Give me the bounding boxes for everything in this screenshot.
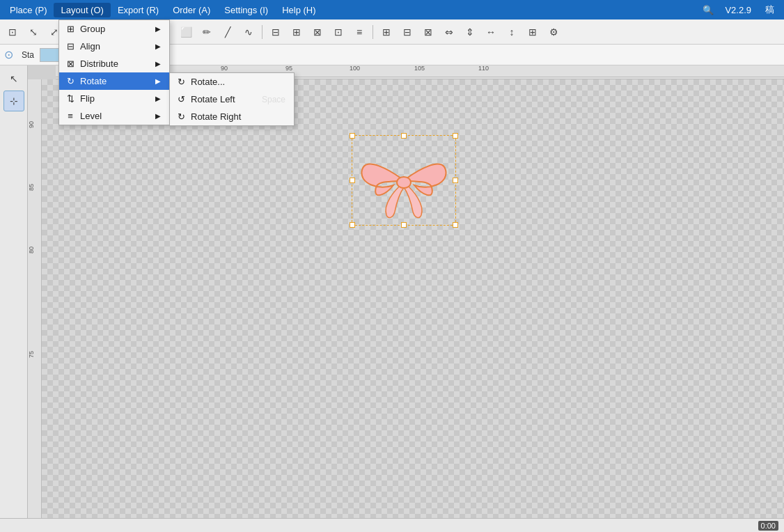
menu-order[interactable]: Order (A) [166, 3, 217, 17]
rotate-left-shortcut: Space [262, 95, 285, 104]
group-icon: ⊞ [65, 24, 76, 34]
app-window: Place (P) Layout (O) Export (R) Order (A… [0, 0, 784, 532]
time-display: 0:00 [758, 521, 778, 531]
ruler-tick-110: 110 [478, 65, 489, 72]
menu-item-rotate[interactable]: ↻ Rotate ▶ ↻ Rotate... ↺ Rotate Left Spa… [59, 72, 169, 90]
flip-icon: ⇅ [65, 93, 76, 104]
toolbar-dist-v-btn[interactable]: ⊡ [329, 22, 348, 42]
main-canvas[interactable] [42, 79, 784, 532]
context-icon: ⊙ [4, 48, 13, 61]
rotate-dialog-icon: ↻ [175, 77, 187, 87]
align-label: Align [80, 41, 100, 52]
distribute-label: Distribute [80, 58, 118, 69]
rotate-right-label: Rotate Right [191, 111, 241, 122]
version-label: V2.2.9 [725, 5, 751, 15]
menu-item-flip[interactable]: ⇅ Flip ▶ [59, 90, 169, 107]
toolbar-table-btn[interactable]: ⊞ [377, 22, 396, 42]
toolbar-col-btn[interactable]: ⊠ [418, 22, 438, 42]
app-title: 稿 [758, 1, 781, 18]
rotate-left-icon: ↺ [175, 94, 187, 104]
ruler-tick-100: 100 [350, 65, 360, 72]
statusbar-right: 0:00 [758, 521, 778, 531]
menu-item-distribute[interactable]: ⊠ Distribute ▶ [59, 55, 169, 72]
toolbar-curve-btn[interactable]: ∿ [239, 22, 258, 42]
toolbar-pen-btn[interactable]: ✏ [197, 22, 217, 42]
context-label: Sta [16, 50, 40, 60]
rotate-arrow: ▶ [155, 77, 161, 85]
menu-place[interactable]: Place (P) [3, 3, 54, 17]
ruler-v-tick-80: 80 [28, 247, 35, 253]
canvas-area-wrapper: 90 85 80 75 [28, 79, 784, 532]
level-icon: ≡ [65, 111, 76, 121]
align-arrow: ▶ [155, 42, 161, 50]
menubar-right: 🔍 V2.2.9 稿 [698, 1, 781, 18]
distribute-arrow: ▶ [155, 60, 161, 68]
rotate-right-icon: ↻ [175, 111, 187, 122]
menu-settings[interactable]: Settings (I) [217, 3, 275, 17]
toolbar-dist-h-btn[interactable]: ⊠ [308, 22, 327, 42]
ruler-v-tick-90: 90 [28, 121, 35, 128]
left-ruler: 90 85 80 75 [28, 79, 42, 532]
toolbar-line-btn[interactable]: ╱ [218, 22, 237, 42]
group-label: Group [80, 24, 105, 34]
flip-arrow: ▶ [155, 95, 161, 102]
align-icon: ⊟ [65, 41, 76, 52]
toolbar-more-btn[interactable]: ⊞ [523, 22, 542, 42]
menubar: Place (P) Layout (O) Export (R) Order (A… [0, 0, 784, 19]
tool-sidebar: ↖ ⊹ [0, 65, 28, 532]
ruler-v-tick-85: 85 [28, 184, 35, 191]
level-label: Level [80, 111, 102, 121]
submenu-rotate-left[interactable]: ↺ Rotate Left Space [170, 91, 294, 108]
toolbar-sep-3 [373, 25, 373, 39]
toolbar-align-h-btn[interactable]: ⊟ [266, 22, 285, 42]
svg-point-0 [397, 177, 411, 188]
toolbar-row-btn[interactable]: ⊟ [398, 22, 417, 42]
statusbar: 0:00 [0, 518, 784, 532]
ruler-tick-90: 90 [221, 65, 228, 72]
submenu-rotate-dialog[interactable]: ↻ Rotate... [170, 73, 294, 91]
toolbar-mirror-v-btn[interactable]: ⇕ [460, 22, 480, 42]
ruler-tick-105: 105 [414, 65, 425, 72]
toolbar-mirror-h-btn[interactable]: ⇔ [439, 22, 459, 42]
level-arrow: ▶ [155, 112, 161, 120]
rulers-and-canvas: 80 85 90 95 100 105 110 90 85 80 75 [28, 65, 784, 532]
submenu-rotate-right[interactable]: ↻ Rotate Right [170, 108, 294, 125]
toolbar-align-v-btn[interactable]: ⊞ [287, 22, 306, 42]
layout-dropdown: ⊞ Group ▶ ⊟ Align ▶ ⊠ Distribute ▶ ↻ Rot… [58, 19, 170, 125]
rotate-label: Rotate [80, 76, 107, 86]
tool-node[interactable]: ⊹ [3, 91, 24, 111]
rotate-left-label: Rotate Left [191, 94, 235, 104]
bow-object[interactable] [352, 135, 456, 226]
toolbar-settings-btn[interactable]: ⚙ [544, 22, 563, 42]
tool-pointer[interactable]: ↖ [3, 68, 24, 89]
rotate-dialog-label: Rotate... [191, 77, 225, 87]
menu-layout[interactable]: Layout (O) [54, 3, 110, 17]
menu-export[interactable]: Export (R) [111, 3, 166, 17]
group-arrow: ▶ [155, 25, 161, 33]
toolbar-flip-h-btn[interactable]: ↔ [481, 22, 501, 42]
menu-item-level[interactable]: ≡ Level ▶ [59, 107, 169, 125]
flip-label: Flip [80, 93, 95, 104]
bow-svg [352, 135, 456, 226]
menu-item-align[interactable]: ⊟ Align ▶ [59, 38, 169, 55]
ruler-tick-95: 95 [285, 65, 292, 72]
toolbar-zoom-fit-btn[interactable]: ⤡ [24, 22, 43, 42]
ruler-v-tick-75: 75 [28, 351, 35, 358]
rotate-icon: ↻ [65, 76, 76, 86]
toolbar-flip-v-btn[interactable]: ↕ [502, 22, 522, 42]
toolbar-select-btn[interactable]: ⊡ [3, 22, 22, 42]
menu-item-group[interactable]: ⊞ Group ▶ [59, 20, 169, 38]
toolbar-image-btn[interactable]: ⬜ [176, 22, 196, 42]
toolbar-sep-2 [262, 25, 262, 39]
canvas-row: ↖ ⊹ 80 85 90 95 100 105 110 [0, 65, 784, 532]
rotate-submenu: ↻ Rotate... ↺ Rotate Left Space ↻ Rotate… [169, 72, 295, 126]
search-icon[interactable]: 🔍 [698, 3, 718, 17]
toolbar-center-h-btn[interactable]: ≡ [350, 22, 369, 42]
distribute-icon: ⊠ [65, 58, 76, 69]
menu-help[interactable]: Help (H) [275, 3, 322, 17]
